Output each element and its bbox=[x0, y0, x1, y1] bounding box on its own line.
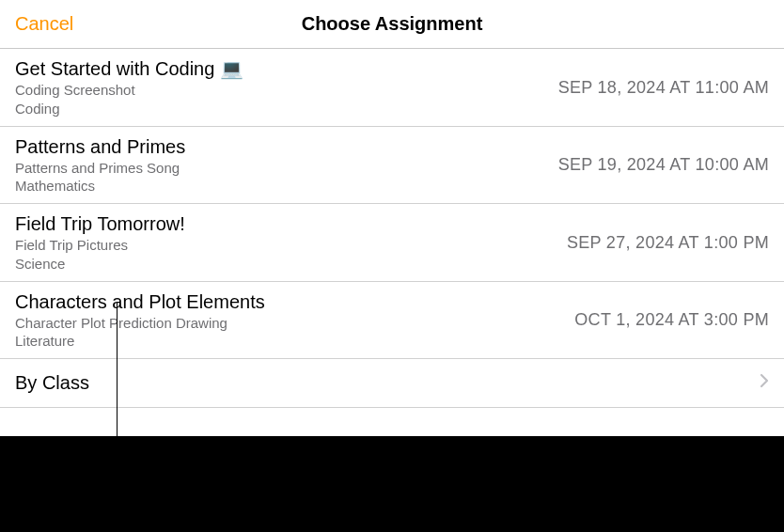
cancel-button[interactable]: Cancel bbox=[15, 13, 73, 35]
by-class-button[interactable]: By Class bbox=[0, 359, 784, 408]
assignment-subtitle: Patterns and Primes Song bbox=[15, 160, 185, 178]
assignment-info: Field Trip Tomorrow! Field Trip Pictures… bbox=[15, 212, 185, 274]
assignment-row[interactable]: Characters and Plot Elements Character P… bbox=[0, 282, 784, 360]
assignment-title-text: Patterns and Primes bbox=[15, 135, 185, 159]
assignment-info: Characters and Plot Elements Character P… bbox=[15, 290, 265, 352]
assignment-row[interactable]: Field Trip Tomorrow! Field Trip Pictures… bbox=[0, 204, 784, 282]
assignment-info: Patterns and Primes Patterns and Primes … bbox=[15, 135, 185, 196]
assignment-subtitle: Character Plot Prediction Drawing bbox=[15, 315, 265, 333]
assignment-class: Mathematics bbox=[15, 178, 185, 196]
assignment-title-text: Field Trip Tomorrow! bbox=[15, 212, 185, 236]
assignment-class: Science bbox=[15, 256, 185, 274]
assignment-title: Patterns and Primes bbox=[15, 135, 185, 159]
assignment-date: OCT 1, 2024 AT 3:00 PM bbox=[574, 310, 769, 330]
laptop-icon: 💻 bbox=[220, 57, 243, 81]
by-class-label: By Class bbox=[15, 372, 89, 394]
assignment-class: Coding bbox=[15, 101, 243, 118]
callout-line bbox=[117, 302, 118, 462]
chevron-right-icon bbox=[760, 373, 769, 393]
assignment-info: Get Started with Coding 💻 Coding Screens… bbox=[15, 57, 243, 118]
modal-title: Choose Assignment bbox=[302, 13, 483, 35]
assignment-title: Characters and Plot Elements bbox=[15, 290, 265, 314]
assignment-title: Field Trip Tomorrow! bbox=[15, 212, 185, 236]
assignment-subtitle: Coding Screenshot bbox=[15, 82, 243, 100]
choose-assignment-modal: Cancel Choose Assignment Get Started wit… bbox=[0, 0, 784, 436]
assignment-date: SEP 19, 2024 AT 10:00 AM bbox=[558, 155, 769, 175]
assignment-title: Get Started with Coding 💻 bbox=[15, 57, 243, 81]
assignment-date: SEP 27, 2024 AT 1:00 PM bbox=[567, 233, 769, 253]
assignment-title-text: Characters and Plot Elements bbox=[15, 290, 265, 314]
assignment-subtitle: Field Trip Pictures bbox=[15, 237, 185, 255]
assignment-row[interactable]: Patterns and Primes Patterns and Primes … bbox=[0, 127, 784, 205]
modal-header: Cancel Choose Assignment bbox=[0, 0, 784, 49]
assignment-class: Literature bbox=[15, 333, 265, 351]
assignment-date: SEP 18, 2024 AT 11:00 AM bbox=[558, 78, 769, 98]
assignment-row[interactable]: Get Started with Coding 💻 Coding Screens… bbox=[0, 49, 784, 127]
assignment-list: Get Started with Coding 💻 Coding Screens… bbox=[0, 49, 784, 408]
assignment-title-text: Get Started with Coding bbox=[15, 57, 214, 81]
